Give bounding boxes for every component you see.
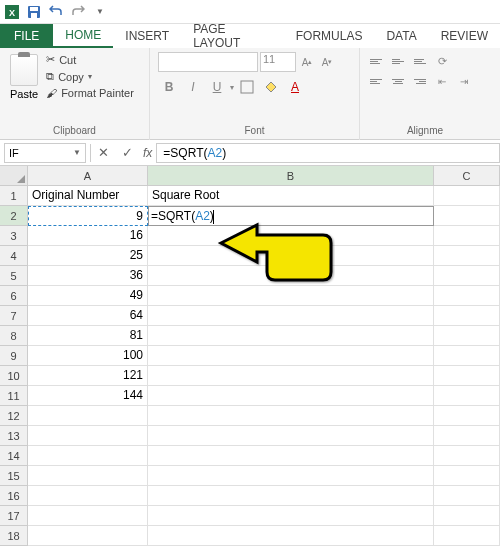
cell[interactable] — [434, 386, 500, 406]
cell[interactable] — [148, 526, 434, 546]
cell[interactable]: Original Number — [28, 186, 148, 206]
underline-button[interactable]: U — [206, 76, 228, 98]
cell[interactable] — [148, 226, 434, 246]
cell[interactable]: 36 — [28, 266, 148, 286]
align-bottom-button[interactable] — [410, 52, 430, 70]
undo-icon[interactable] — [48, 4, 64, 20]
orientation-button[interactable]: ⟳ — [432, 52, 452, 70]
row-header[interactable]: 10 — [0, 366, 28, 386]
cell[interactable] — [28, 486, 148, 506]
row-header[interactable]: 3 — [0, 226, 28, 246]
row-header[interactable]: 14 — [0, 446, 28, 466]
row-header[interactable]: 17 — [0, 506, 28, 526]
cell[interactable] — [148, 386, 434, 406]
border-button[interactable] — [236, 76, 258, 98]
select-all-corner[interactable] — [0, 166, 28, 185]
insert-tab[interactable]: INSERT — [113, 24, 181, 48]
cell[interactable] — [148, 426, 434, 446]
cut-button[interactable]: ✂Cut — [44, 52, 136, 67]
copy-button[interactable]: ⧉Copy ▾ — [44, 69, 136, 84]
align-middle-button[interactable] — [388, 52, 408, 70]
cell[interactable] — [434, 266, 500, 286]
cell[interactable]: 81 — [28, 326, 148, 346]
cell[interactable]: 121 — [28, 366, 148, 386]
data-tab[interactable]: DATA — [374, 24, 428, 48]
cell[interactable] — [148, 446, 434, 466]
italic-button[interactable]: I — [182, 76, 204, 98]
save-icon[interactable] — [26, 4, 42, 20]
active-cell[interactable]: =SQRT(A2) — [148, 206, 434, 226]
row-header[interactable]: 12 — [0, 406, 28, 426]
enter-formula-button[interactable]: ✓ — [115, 141, 139, 165]
format-painter-button[interactable]: 🖌Format Painter — [44, 86, 136, 100]
column-header-C[interactable]: C — [434, 166, 500, 185]
align-top-button[interactable] — [366, 52, 386, 70]
cell[interactable] — [434, 226, 500, 246]
row-header[interactable]: 1 — [0, 186, 28, 206]
row-header[interactable]: 9 — [0, 346, 28, 366]
font-color-button[interactable]: A — [284, 76, 306, 98]
cell[interactable]: 144 — [28, 386, 148, 406]
review-tab[interactable]: REVIEW — [429, 24, 500, 48]
decrease-font-button[interactable]: A▾ — [318, 52, 336, 72]
row-header[interactable]: 5 — [0, 266, 28, 286]
increase-font-button[interactable]: A▴ — [298, 52, 316, 72]
cell[interactable] — [28, 506, 148, 526]
cell[interactable]: 9 — [28, 206, 148, 226]
row-header[interactable]: 7 — [0, 306, 28, 326]
bold-button[interactable]: B — [158, 76, 180, 98]
cancel-formula-button[interactable]: ✕ — [91, 141, 115, 165]
page-layout-tab[interactable]: PAGE LAYOUT — [181, 24, 284, 48]
cell[interactable] — [434, 366, 500, 386]
column-header-B[interactable]: B — [148, 166, 434, 185]
cell[interactable] — [148, 366, 434, 386]
formula-input[interactable]: =SQRT(A2) — [156, 143, 500, 163]
home-tab[interactable]: HOME — [53, 24, 113, 48]
cell[interactable] — [434, 346, 500, 366]
cell[interactable] — [434, 426, 500, 446]
cell[interactable]: 16 — [28, 226, 148, 246]
cell[interactable]: 64 — [28, 306, 148, 326]
cell[interactable] — [148, 326, 434, 346]
cell[interactable] — [434, 506, 500, 526]
column-header-A[interactable]: A — [28, 166, 148, 185]
cell[interactable] — [148, 466, 434, 486]
row-header[interactable]: 11 — [0, 386, 28, 406]
decrease-indent-button[interactable]: ⇤ — [432, 72, 452, 90]
formulas-tab[interactable]: FORMULAS — [284, 24, 375, 48]
row-header[interactable]: 8 — [0, 326, 28, 346]
cell[interactable] — [434, 186, 500, 206]
cell[interactable]: Square Root — [148, 186, 434, 206]
cell[interactable] — [28, 406, 148, 426]
fx-button[interactable]: fx — [139, 146, 156, 160]
cell[interactable] — [148, 306, 434, 326]
cell[interactable] — [28, 426, 148, 446]
row-header[interactable]: 6 — [0, 286, 28, 306]
row-header[interactable]: 4 — [0, 246, 28, 266]
cell[interactable] — [28, 446, 148, 466]
cell[interactable]: 100 — [28, 346, 148, 366]
file-tab[interactable]: FILE — [0, 24, 53, 48]
fill-color-button[interactable] — [260, 76, 282, 98]
cell[interactable] — [148, 406, 434, 426]
cell[interactable] — [148, 266, 434, 286]
align-center-button[interactable] — [388, 72, 408, 90]
row-header[interactable]: 18 — [0, 526, 28, 546]
cell[interactable] — [434, 286, 500, 306]
redo-icon[interactable] — [70, 4, 86, 20]
cell[interactable] — [148, 286, 434, 306]
cell[interactable] — [434, 486, 500, 506]
cell[interactable] — [434, 326, 500, 346]
cell[interactable] — [434, 466, 500, 486]
cell[interactable] — [434, 446, 500, 466]
cell[interactable] — [148, 346, 434, 366]
paste-button[interactable]: Paste — [8, 52, 40, 102]
align-left-button[interactable] — [366, 72, 386, 90]
row-header[interactable]: 16 — [0, 486, 28, 506]
cell[interactable] — [148, 486, 434, 506]
font-name-select[interactable] — [158, 52, 258, 72]
qat-dropdown-icon[interactable]: ▼ — [92, 4, 108, 20]
row-header[interactable]: 2 — [0, 206, 28, 226]
row-header[interactable]: 15 — [0, 466, 28, 486]
cell[interactable] — [434, 206, 500, 226]
